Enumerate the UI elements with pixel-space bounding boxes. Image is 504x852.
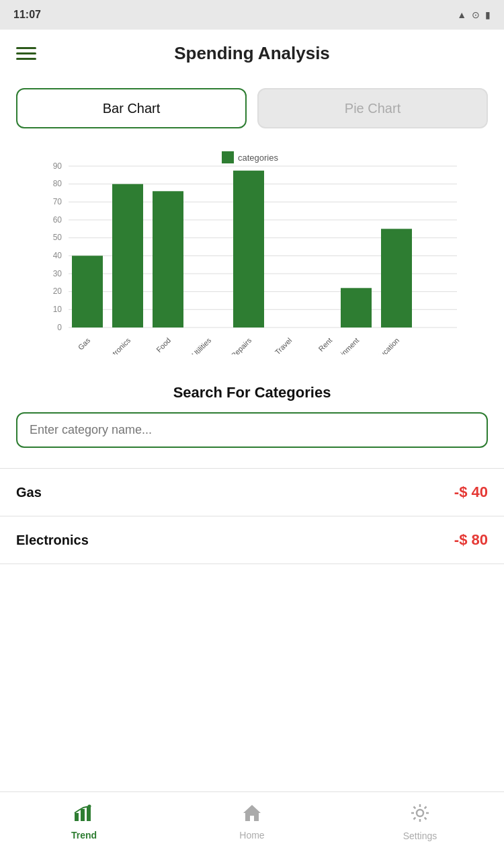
svg-rect-20 xyxy=(75,813,79,821)
hamburger-menu[interactable] xyxy=(16,47,36,60)
wifi-icon: ⊙ xyxy=(472,9,480,20)
legend-color xyxy=(222,151,234,163)
legend-label: categories xyxy=(238,153,278,163)
hamburger-line-1 xyxy=(16,47,36,49)
chart-type-buttons: Bar Chart Pie Chart xyxy=(0,77,504,139)
signal-icon: ▲ xyxy=(457,9,466,20)
bar-electronics xyxy=(112,184,143,327)
search-input[interactable] xyxy=(30,423,474,437)
category-name-electronics: Electronics xyxy=(16,533,89,548)
svg-text:20: 20 xyxy=(53,286,62,296)
svg-point-25 xyxy=(417,810,423,816)
status-icons: ▲ ⊙ ▮ xyxy=(457,9,491,20)
svg-line-31 xyxy=(425,818,427,820)
label-rent: Rent xyxy=(317,336,333,353)
label-education: Education xyxy=(372,336,401,354)
bar-entertainment xyxy=(341,288,372,327)
category-amount-electronics: -$ 80 xyxy=(454,531,488,549)
bottom-nav: Trend Home xyxy=(0,791,504,852)
svg-rect-22 xyxy=(87,806,91,821)
list-item: Electronics -$ 80 xyxy=(0,516,504,564)
svg-text:0: 0 xyxy=(57,323,62,332)
bar-chart-button[interactable]: Bar Chart xyxy=(16,88,247,128)
label-electronics: Electronics xyxy=(101,336,132,354)
svg-line-33 xyxy=(414,818,416,820)
svg-text:90: 90 xyxy=(53,161,62,171)
list-item: Gas -$ 40 xyxy=(0,468,504,516)
label-gas: Gas xyxy=(77,336,92,352)
nav-item-trend[interactable]: Trend xyxy=(0,804,168,841)
home-icon xyxy=(242,804,262,827)
svg-point-23 xyxy=(88,805,91,808)
svg-text:10: 10 xyxy=(53,305,62,314)
bar-chart-svg: categories 0 10 20 30 40 50 60 xyxy=(11,146,493,354)
nav-label-settings: Settings xyxy=(403,830,437,841)
bar-gas xyxy=(72,256,103,327)
svg-text:80: 80 xyxy=(53,179,62,188)
svg-text:40: 40 xyxy=(53,251,62,260)
bar-education xyxy=(381,229,412,327)
label-food: Food xyxy=(155,336,172,354)
main-content: Spending Analysis Bar Chart Pie Chart ca… xyxy=(0,30,504,852)
chart-area: categories 0 10 20 30 40 50 60 xyxy=(0,139,504,371)
label-travel: Travel xyxy=(274,336,294,354)
label-repairs: Repairs xyxy=(229,336,253,354)
status-time: 11:07 xyxy=(13,9,41,21)
bar-chart-container: categories 0 10 20 30 40 50 60 xyxy=(11,146,493,357)
svg-line-30 xyxy=(414,807,416,809)
svg-line-32 xyxy=(425,807,427,809)
trend-icon xyxy=(73,804,95,827)
category-name-gas: Gas xyxy=(16,485,42,500)
svg-text:30: 30 xyxy=(53,269,62,278)
label-utilities: Utilities xyxy=(190,336,213,354)
pie-chart-button[interactable]: Pie Chart xyxy=(257,88,488,128)
header: Spending Analysis xyxy=(0,30,504,71)
search-title: Search For Categories xyxy=(16,384,488,401)
search-section: Search For Categories xyxy=(0,371,504,455)
category-list: Gas -$ 40 Electronics -$ 80 xyxy=(0,468,504,625)
category-amount-gas: -$ 40 xyxy=(454,483,488,501)
hamburger-line-2 xyxy=(16,52,36,54)
svg-text:60: 60 xyxy=(53,215,62,225)
hamburger-line-3 xyxy=(16,58,36,60)
nav-label-home: Home xyxy=(239,830,264,841)
search-input-wrapper[interactable] xyxy=(16,412,488,448)
bar-food xyxy=(153,191,183,327)
nav-item-settings[interactable]: Settings xyxy=(336,803,504,841)
svg-marker-24 xyxy=(243,805,261,821)
svg-rect-21 xyxy=(81,809,85,821)
battery-icon: ▮ xyxy=(485,9,491,20)
nav-label-trend: Trend xyxy=(71,830,97,841)
page-title: Spending Analysis xyxy=(50,43,454,64)
svg-text:50: 50 xyxy=(53,233,62,242)
svg-text:70: 70 xyxy=(53,197,62,206)
settings-icon xyxy=(410,803,430,828)
bar-repairs xyxy=(233,171,264,327)
nav-item-home[interactable]: Home xyxy=(168,804,336,841)
status-bar: 11:07 ▲ ⊙ ▮ xyxy=(0,0,504,30)
